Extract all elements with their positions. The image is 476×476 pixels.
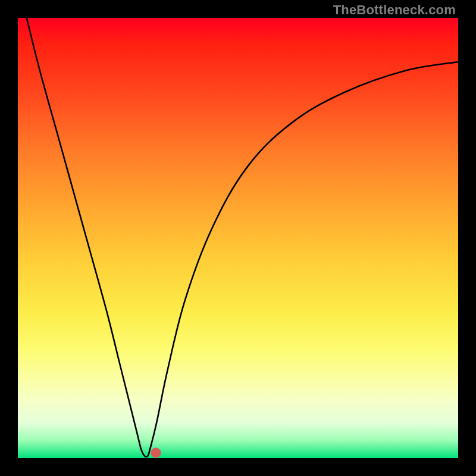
data-marker bbox=[151, 448, 161, 458]
chart-frame: TheBottleneck.com bbox=[0, 0, 476, 476]
line-series bbox=[18, 18, 458, 458]
plot-area bbox=[18, 18, 458, 458]
watermark-text: TheBottleneck.com bbox=[333, 2, 456, 18]
